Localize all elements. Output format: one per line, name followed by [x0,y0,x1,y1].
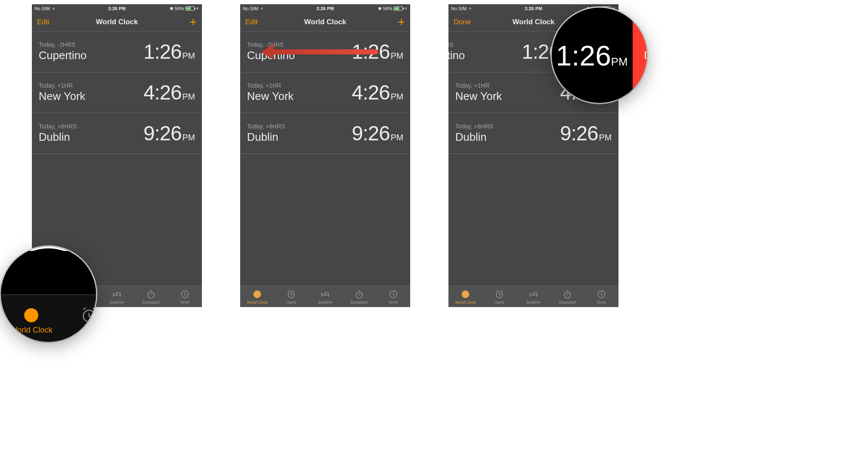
clock-row[interactable]: Today, +1HR New York 4:26 PM [240,72,410,113]
add-button[interactable]: + [189,18,197,26]
city-name: Dublin [455,131,494,144]
city-name: Cupertino [448,49,465,62]
clock-ampm: PM [599,133,612,142]
clock-ampm: PM [391,51,403,61]
tab-label: World Clock [10,325,52,333]
delete-button[interactable]: Delete [633,22,647,90]
clock-list: Today, -2HRS Cupertino 1:26 PM Today, +1… [32,31,202,154]
alarm-icon [494,289,505,299]
city-name: Dublin [247,131,285,144]
tab-world-clock[interactable]: World Clock [240,286,274,307]
globe-icon [460,289,471,299]
clock-time: 4:26 [144,81,182,104]
empty-area [448,154,618,286]
clock-time: 1:26 [144,40,182,63]
clock-ampm: PM [182,133,195,142]
tab-label: Stopwatch [559,300,576,304]
stopwatch-icon [354,289,364,299]
stopwatch-icon [562,289,573,299]
clock-time: 1:26 [352,40,390,63]
tab-label: Alarm [494,300,505,304]
city-name: Cupertino [247,49,295,62]
tab-label: Timer [389,300,398,304]
tab-timer[interactable]: Timer [376,286,410,307]
alarm-icon [286,289,296,299]
time-offset: Today, +1HR [39,82,85,89]
phone-screen-2: No SIM ᯤ 3:26 PM ✱ 59% ⚡︎ Edit World Clo… [240,4,410,307]
clock-row[interactable]: Today, +6HRS Dublin 9:26 PM [448,113,618,154]
tab-world-clock[interactable]: World Clock [1,295,64,342]
tab-label: Ala [83,325,95,333]
clock-row[interactable]: Today, +6HRS Dublin 9:26 PM [240,113,410,154]
clock-ampm: PM [182,51,195,61]
battery-icon [185,6,195,11]
bed-icon [528,289,539,299]
time-offset: Today, +6HRS [455,123,494,130]
tab-bar: World Clock Alarm Bedtime Stopwatch Time… [448,286,618,307]
edit-button[interactable]: Edit [245,18,258,26]
clock-time: 4:26 [352,81,390,104]
svg-point-6 [356,292,363,298]
city-name: ertino [552,46,556,65]
timer-icon [388,289,398,299]
tab-stopwatch[interactable]: Stopwatch [134,286,168,307]
timer-icon [180,289,190,299]
globe-icon [23,306,40,324]
magnifier-world-clock-tab: World Clock Ala [1,247,96,342]
tab-alarm[interactable]: Alarm [274,286,308,307]
nav-bar: Edit World Clock + [240,13,410,31]
tab-bedtime[interactable]: Bedtime [308,286,342,307]
time-offset: Today, -2HRS [247,41,295,48]
time-offset: Today, +1HR [247,82,294,89]
time-offset: Today, +6HRS [247,123,285,130]
nav-bar: Edit World Clock + [32,13,202,31]
tab-label: Alarm [286,300,296,304]
clock-time: 1:26 [556,39,611,72]
city-name: Cupertino [39,49,87,62]
tab-world-clock[interactable]: World Clock [448,286,482,307]
magnifier-delete-button: ertino 1:26 PM Delete [552,8,647,103]
svg-point-10 [564,292,571,298]
tab-stopwatch[interactable]: Stopwatch [550,286,584,307]
done-button[interactable]: Done [454,18,471,26]
status-bar: No SIM ᯤ 3:26 PM ✱ 59% ⚡︎ [32,4,202,13]
tab-bedtime[interactable]: Bedtime [516,286,550,307]
tab-timer[interactable]: Timer [584,286,618,307]
clock-time: 9:26 [144,122,182,145]
tab-timer[interactable]: Timer [168,286,202,307]
clock-time: 9:26 [560,122,598,145]
tab-stopwatch[interactable]: Stopwatch [342,286,376,307]
page-title: World Clock [32,18,202,26]
clock-row[interactable]: Today, -2HRS Cupertino 1:26 PM [240,31,410,72]
city-name: New York [247,90,294,103]
bed-icon [112,289,122,299]
tab-label: Stopwatch [350,300,368,304]
clock-ampm: PM [391,133,403,142]
clock-row[interactable]: Today, +1HR New York 4:26 PM [32,72,202,113]
tab-alarm[interactable]: Ala [64,295,96,342]
tab-bar: World Clock Alarm Bedtime Stopwatch Time… [240,286,410,307]
clock-ampm: PM [611,55,628,68]
alarm-icon [80,306,96,324]
tab-alarm[interactable]: Alarm [482,286,516,307]
add-button[interactable]: + [397,18,405,26]
status-time: 3:26 PM [240,6,410,11]
tab-label: Bedtime [110,300,124,304]
edit-button[interactable]: Edit [37,18,49,26]
time-offset: Today, -2HRS [448,41,465,48]
city-name: New York [455,90,502,103]
time-offset: Today, +6HRS [39,123,77,130]
tab-label: World Clock [247,300,267,304]
tab-label: Timer [597,300,607,304]
tab-label: Timer [180,300,190,304]
globe-icon [252,289,262,299]
bed-icon [320,289,330,299]
empty-area [240,154,410,286]
clock-row[interactable]: Today, -2HRS Cupertino 1:26 PM [32,31,202,72]
tab-bedtime[interactable]: Bedtime [100,286,134,307]
clock-time: 9:26 [352,122,390,145]
tab-label: Bedtime [526,300,540,304]
clock-list: Today, -2HRS Cupertino 1:26 PM Today, +1… [240,31,410,154]
clock-row[interactable]: Today, +6HRS Dublin 9:26 PM [32,113,202,154]
time-offset: Today, +1HR [455,82,502,89]
